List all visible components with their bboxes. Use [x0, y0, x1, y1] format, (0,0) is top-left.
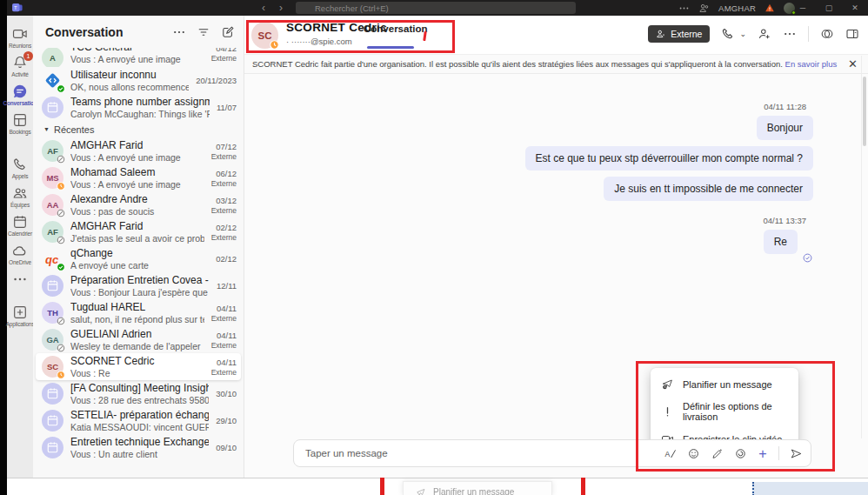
rail-item-onedrive[interactable]: OneDrive	[7, 239, 33, 268]
externe-badge-button[interactable]: Externe	[648, 25, 710, 43]
chat-item-title: Tugdual HAREL	[70, 301, 204, 313]
warning-icon	[765, 3, 775, 13]
section-label: Récentes	[54, 124, 94, 135]
rail-item-appels[interactable]: Appels	[7, 153, 33, 182]
avatar[interactable]: SC	[251, 22, 278, 49]
rail-item-reunions[interactable]: Réunions	[7, 23, 33, 51]
filter-icon[interactable]	[197, 25, 210, 39]
rail-item-applications[interactable]: Applications	[7, 301, 33, 330]
sent-message-bubble[interactable]: Je suis en tt impossible de me connecter	[604, 177, 813, 201]
chat-item-meta: 04/11 Externe	[211, 303, 237, 324]
add-people-icon[interactable]	[758, 27, 771, 41]
minimize-button[interactable]: ─	[790, 0, 816, 16]
chat-item-preview: Vous : 28 rue des entrechats 95800 Cergy…	[70, 395, 209, 406]
divider	[778, 446, 779, 460]
search-input[interactable]	[296, 2, 576, 14]
scrollbar-thumb[interactable]	[863, 77, 866, 146]
chat-list-item[interactable]: SC SCORNET Cedric Vous : Re 04/11 Extern…	[36, 353, 241, 380]
chat-item-date: 04/11	[211, 358, 237, 368]
rail-item-label: OneDrive	[9, 259, 31, 265]
send-icon[interactable]	[790, 447, 803, 460]
chat-list-item[interactable]: MS Mohamad Saleem Vous : A envoyé une im…	[33, 164, 244, 191]
chat-list-item[interactable]: Entretien technique Exchange Fari... Vou…	[33, 434, 244, 461]
avatar	[42, 97, 63, 118]
sent-message-bubble[interactable]: Re	[764, 230, 798, 254]
sent-message-bubble[interactable]: Bonjour	[757, 116, 813, 140]
nav-back-icon[interactable]: ‹	[257, 1, 270, 15]
rail-item-bookings[interactable]: Bookings	[7, 109, 33, 137]
presence-available-icon	[57, 84, 65, 93]
chat-list-item[interactable]: AF AMGHAR Farid J'etais pas le seul a av…	[33, 218, 244, 245]
chat-list-item[interactable]: TH Tugdual HAREL salut, non, il ne répon…	[33, 299, 244, 326]
chat-item-preview: Vous : A envoyé une image	[70, 54, 204, 65]
divider	[808, 26, 809, 42]
close-button[interactable]: ✕	[842, 0, 868, 16]
rewrite-pen-icon[interactable]	[711, 447, 724, 460]
rail-item-activite[interactable]: 1 Activité	[7, 51, 33, 80]
avatar	[42, 383, 63, 405]
copilot-icon[interactable]	[820, 27, 834, 41]
activite-icon: 1	[12, 55, 28, 70]
nav-forward-icon[interactable]: ›	[275, 1, 287, 15]
open-right-pane-icon[interactable]	[845, 27, 859, 41]
chat-item-date: 07/12	[211, 142, 237, 152]
section-recentes[interactable]: ▼ Récentes	[33, 121, 244, 137]
chat-item-preview: Vous : Re	[70, 368, 204, 379]
call-icon[interactable]	[721, 27, 735, 41]
seen-receipt-icon	[802, 252, 813, 264]
loop-icon[interactable]	[734, 447, 747, 460]
plus-icon[interactable]: +	[758, 447, 768, 460]
chat-item-title: AMGHAR Farid	[70, 139, 204, 151]
chat-list-item[interactable]: GA GUELIANI Adrien Wesley te demande de …	[33, 326, 244, 353]
close-icon[interactable]: ✕	[839, 57, 858, 70]
rail-spacer	[7, 291, 33, 301]
svg-text:T: T	[14, 5, 17, 10]
chat-item-date: 06/12	[211, 169, 237, 179]
chat-list-item[interactable]: SETELIA- préparation échange Katia MESSA…	[33, 407, 244, 434]
chat-list-item[interactable]: Utilisateur inconnu OK, nous allons reco…	[33, 67, 244, 94]
rail-item-label: Applications	[6, 321, 35, 327]
chat-list-panel: Conversation A TCC Général Vous : A envo…	[33, 16, 244, 478]
menu-item-label: Définir les options de livraison	[683, 401, 788, 422]
chat-list-item[interactable]: qc qChange A envoyé une carte 02/12	[33, 245, 244, 272]
avatar: AF	[42, 140, 63, 162]
chat-list-item[interactable]: A TCC Général Vous : A envoyé une image …	[33, 48, 244, 67]
invite-people-icon[interactable]	[698, 3, 710, 14]
chat-item-date: 02/12	[216, 254, 237, 264]
chat-item-text: Mohamad Saleem Vous : A envoyé une image	[70, 166, 204, 191]
rail-item-calendrier[interactable]: Calendrier	[7, 211, 33, 239]
chevron-down-icon: ▼	[43, 126, 50, 132]
maximize-button[interactable]: ▢	[816, 0, 842, 16]
chat-list-item[interactable]: AF AMGHAR Farid Vous : A envoyé une imag…	[33, 137, 244, 164]
avatar: GA	[42, 329, 63, 351]
chevron-down-icon[interactable]: ⌄	[739, 30, 746, 38]
chat-list-item[interactable]: [FA Consulting] Meeting Insights ... Vou…	[33, 380, 244, 407]
rail-item-conversation[interactable]: Conversation	[7, 80, 33, 109]
delivery-options-icon	[661, 405, 674, 418]
chat-item-text: GUELIANI Adrien Wesley te demande de l'a…	[70, 328, 204, 352]
format-text-icon[interactable]: A	[664, 447, 677, 460]
sent-message-bubble[interactable]: Est ce que tu peux stp déverrouiller mon…	[525, 146, 814, 171]
new-chat-icon[interactable]	[221, 25, 235, 39]
emoji-icon[interactable]	[687, 447, 700, 460]
contact-email: · ·······@spie.com	[286, 37, 352, 46]
rail-item-more[interactable]	[7, 268, 33, 291]
menu-item-1[interactable]: Définir les options de livraison	[651, 396, 798, 427]
externe-tag: Externe	[211, 179, 237, 189]
rail-item-equipes[interactable]: Équipes	[7, 182, 33, 211]
policy-banner-text: SCORNET Cedric fait partie d'une organis…	[252, 59, 839, 69]
chat-list-item[interactable]: Teams phone number assignment... Carolyn…	[33, 94, 244, 121]
chat-item-text: Préparation Entretien Covea - Che... Vou…	[70, 274, 210, 298]
tab-conversation[interactable]: Conversation	[364, 23, 417, 42]
learn-more-link[interactable]: En savoir plus	[785, 59, 838, 69]
more-options-icon[interactable]	[783, 27, 797, 41]
menu-item-0[interactable]: Planifier un message	[651, 372, 798, 396]
window-left-edge	[0, 0, 7, 495]
chat-item-meta: 12/11	[217, 280, 237, 291]
more-options-icon[interactable]	[678, 3, 690, 14]
rail-spacer	[7, 137, 33, 153]
more-options-icon[interactable]	[172, 25, 186, 39]
chat-list-item[interactable]: Préparation Entretien Covea - Che... Vou…	[33, 272, 244, 299]
message-input[interactable]	[294, 440, 624, 466]
chat-list-item[interactable]: AA Alexandre Andre Vous : pas de soucis …	[33, 191, 244, 218]
